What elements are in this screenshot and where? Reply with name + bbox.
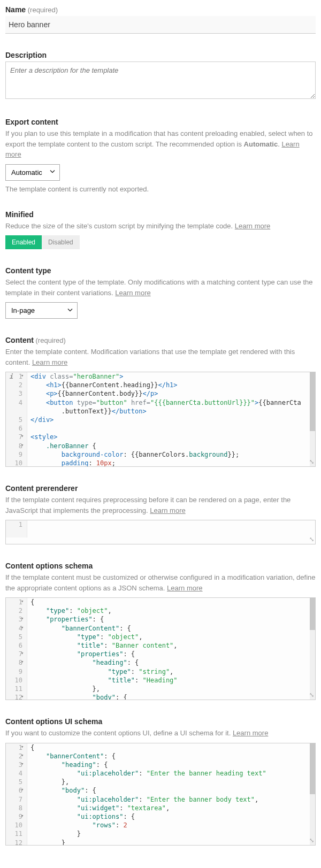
resize-handle-icon[interactable]: ⤡ xyxy=(309,458,314,465)
content-label: Content xyxy=(5,336,34,344)
prerenderer-code-editor[interactable]: 1 ⤡ xyxy=(5,520,316,544)
description-textarea[interactable] xyxy=(5,62,316,99)
minified-label: Minified xyxy=(5,210,34,219)
options-schema-help: If the template content must be customiz… xyxy=(5,572,316,593)
minified-help: Reduce the size of the site's custom scr… xyxy=(5,221,316,232)
content-type-label: Content type xyxy=(5,266,51,275)
minified-enabled-button[interactable]: Enabled xyxy=(5,235,42,249)
ui-schema-help: If you want to customize the content opt… xyxy=(5,728,316,739)
ui-schema-label: Content options UI schema xyxy=(5,717,102,726)
scrollbar[interactable] xyxy=(310,598,315,700)
scrollbar[interactable] xyxy=(310,743,315,845)
export-content-label: Export content xyxy=(5,118,58,126)
export-content-help: If you plan to use this template in a mo… xyxy=(5,128,316,160)
prerenderer-help: If the template content requires preproc… xyxy=(5,495,316,516)
content-help: Enter the template content. Modification… xyxy=(5,347,316,367)
options-schema-learn-more-link[interactable]: Learn more xyxy=(167,584,202,592)
export-content-select[interactable]: Automatic xyxy=(5,164,60,181)
content-type-help: Select the content type of the template.… xyxy=(5,277,316,298)
content-code-editor[interactable]: 1▾<div class="heroBanner"> 2 <h1>{{banne… xyxy=(5,372,316,467)
prerenderer-label: Content prerenderer xyxy=(5,484,78,493)
resize-handle-icon[interactable]: ⤡ xyxy=(309,536,314,543)
options-schema-code-editor[interactable]: 1▾{2 "type": "object",3▾ "properties": {… xyxy=(5,597,316,700)
minified-learn-more-link[interactable]: Learn more xyxy=(235,222,270,230)
ui-schema-learn-more-link[interactable]: Learn more xyxy=(233,729,268,737)
name-required-hint: (required) xyxy=(28,6,58,14)
export-content-status: The template content is currently not ex… xyxy=(5,185,316,193)
description-label: Description xyxy=(5,51,47,59)
minified-disabled-button[interactable]: Disabled xyxy=(42,235,80,249)
scrollbar[interactable] xyxy=(310,372,315,466)
options-schema-label: Content options schema xyxy=(5,562,93,570)
name-input[interactable] xyxy=(5,16,316,34)
name-label: Name xyxy=(5,5,26,14)
content-required-hint: (required) xyxy=(36,336,66,344)
resize-handle-icon[interactable]: ⤡ xyxy=(309,837,314,844)
content-type-select[interactable]: In-page xyxy=(5,302,78,319)
ui-schema-code-editor[interactable]: 1▾{2▾ "bannerContent": {3▾ "heading": {4… xyxy=(5,743,316,846)
resize-handle-icon[interactable]: ⤡ xyxy=(309,692,314,698)
content-learn-more-link[interactable]: Learn more xyxy=(32,358,67,366)
content-type-learn-more-link[interactable]: Learn more xyxy=(115,289,150,297)
prerenderer-learn-more-link[interactable]: Learn more xyxy=(150,506,185,514)
minified-toggle: Enabled Disabled xyxy=(5,235,80,249)
